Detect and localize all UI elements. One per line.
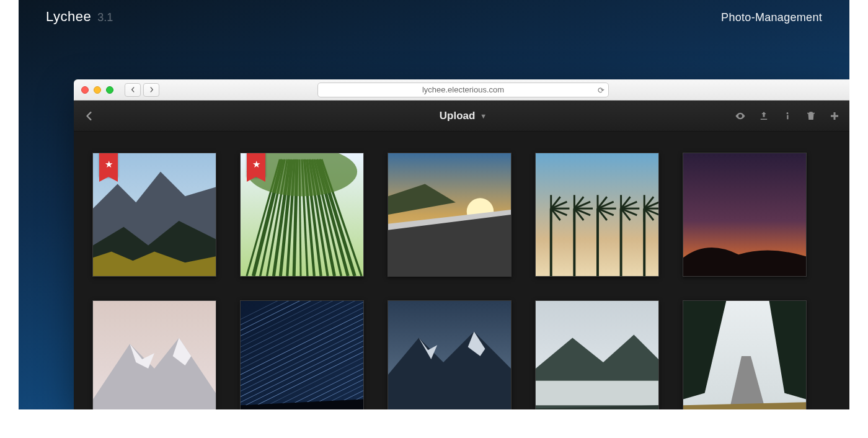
browser-back-button[interactable] <box>125 83 141 97</box>
maximize-window-icon[interactable] <box>106 86 113 94</box>
browser-nav <box>125 83 159 97</box>
photo-bamboo-forest[interactable]: ★ <box>240 153 364 277</box>
hero-banner: Lychee 3.1 Photo-Management lychee.elect… <box>19 0 849 409</box>
app-header: Upload ▼ <box>74 101 849 132</box>
visibility-icon[interactable] <box>728 101 752 131</box>
info-icon[interactable] <box>776 101 799 131</box>
photo-barren-ridge[interactable] <box>388 300 512 409</box>
address-bar[interactable]: lychee.electerious.com ⟳ <box>317 83 609 97</box>
star-ribbon-icon: ★ <box>247 153 265 177</box>
star-ribbon-icon: ★ <box>99 153 118 177</box>
brand: Lychee 3.1 <box>46 9 113 25</box>
refresh-icon[interactable]: ⟳ <box>598 85 604 94</box>
caret-down-icon: ▼ <box>480 112 487 120</box>
photo-mountain-forest[interactable]: ★ <box>92 153 216 277</box>
app-title-text: Upload <box>440 110 476 122</box>
share-icon[interactable] <box>752 101 776 131</box>
add-icon[interactable] <box>823 101 846 131</box>
tagline: Photo-Management <box>721 11 822 24</box>
browser-titlebar: lychee.electerious.com ⟳ <box>74 79 849 101</box>
photo-star-trails[interactable] <box>240 300 364 409</box>
browser-window: lychee.electerious.com ⟳ Upload ▼ <box>74 79 849 409</box>
brand-version: 3.1 <box>97 11 113 24</box>
photo-snow-peak[interactable] <box>92 300 216 409</box>
brand-name: Lychee <box>46 9 91 25</box>
trash-icon[interactable] <box>799 101 823 131</box>
photo-road-sunset[interactable] <box>388 153 512 277</box>
photo-grid: ★ ★ <box>74 132 849 409</box>
minimize-window-icon[interactable] <box>94 86 101 94</box>
close-window-icon[interactable] <box>81 86 89 94</box>
photo-palm-trees[interactable] <box>535 153 659 277</box>
address-text: lychee.electerious.com <box>422 85 504 94</box>
app-title-dropdown[interactable]: Upload ▼ <box>440 110 487 122</box>
photo-forest-road[interactable] <box>683 300 807 409</box>
photo-dusk-gradient[interactable] <box>683 153 807 277</box>
hero-header: Lychee 3.1 Photo-Management <box>46 9 822 25</box>
app-toolbar <box>728 101 846 131</box>
photo-foggy-mountain[interactable] <box>535 300 659 409</box>
app-back-button[interactable] <box>74 101 105 131</box>
browser-forward-button[interactable] <box>143 83 159 97</box>
svg-rect-39 <box>536 381 658 406</box>
window-controls <box>81 86 113 94</box>
